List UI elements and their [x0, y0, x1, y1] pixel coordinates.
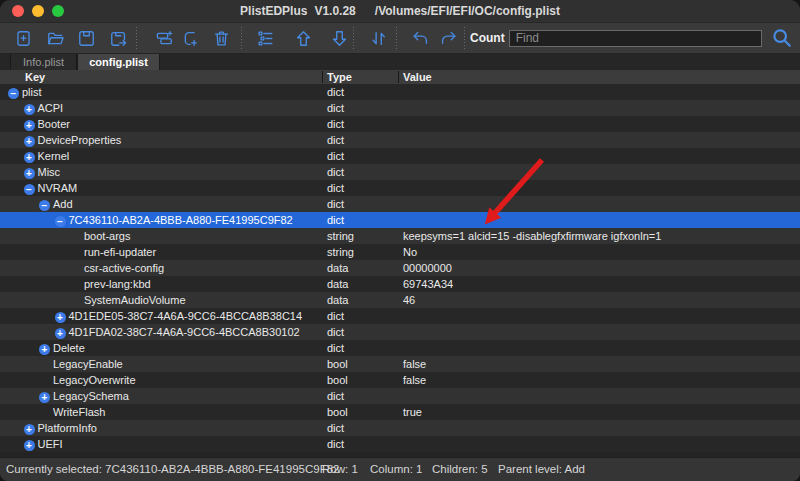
window-title: PlistEDPlus V1.0.28 /Volumes/EFI/EFI/OC/…	[0, 0, 800, 22]
expand-toggle-icon[interactable]: +	[24, 440, 35, 451]
expand-toggle-icon[interactable]: +	[55, 328, 66, 339]
expand-toggle-icon[interactable]: +	[39, 392, 50, 403]
table-row[interactable]: SystemAudioVolumedata46	[0, 292, 800, 308]
row-value: true	[403, 404, 422, 420]
table-row[interactable]: boot-argsstringkeepsyms=1 alcid=15 -disa…	[0, 228, 800, 244]
table-row[interactable]: +ACPIdict	[0, 100, 800, 116]
tab-config-plist[interactable]: config.plist	[77, 54, 160, 70]
search-button[interactable]	[769, 24, 795, 52]
row-key: 4D1FDA02-38C7-4A6A-9CC6-4BCCA8B30102	[69, 326, 300, 338]
status-bar: Currently selected: 7C436110-AB2A-4BBB-A…	[0, 457, 800, 481]
toolbar-separator	[396, 27, 397, 49]
row-key: UEFI	[38, 438, 63, 450]
table-row[interactable]: +Booterdict	[0, 116, 800, 132]
status-parent-level: Parent level: Add	[498, 458, 585, 481]
table-row[interactable]: −plistdict	[0, 84, 800, 100]
table-row[interactable]: LegacyOverwriteboolfalse	[0, 372, 800, 388]
save-icon	[77, 29, 96, 48]
column-header-type[interactable]: Type	[327, 70, 352, 84]
new-file-icon	[14, 29, 33, 48]
row-key: WriteFlash	[53, 406, 105, 418]
expand-toggle-icon[interactable]: +	[24, 152, 35, 163]
table-header: Key Type Value	[0, 70, 800, 84]
table-row[interactable]: +UEFIdict	[0, 436, 800, 452]
column-header-value[interactable]: Value	[403, 70, 432, 84]
collapse-toggle-icon[interactable]: −	[8, 88, 19, 99]
table-row[interactable]: −NVRAMdict	[0, 180, 800, 196]
table-row[interactable]: +Deletedict	[0, 340, 800, 356]
row-type: dict	[327, 420, 344, 436]
expand-toggle-icon[interactable]: +	[24, 120, 35, 131]
row-value: 46	[403, 292, 415, 308]
tree-options-button[interactable]	[252, 24, 278, 52]
arrow-down-icon	[330, 29, 349, 48]
redo-button[interactable]	[435, 24, 461, 52]
save-as-button[interactable]	[105, 24, 131, 52]
table-row[interactable]: prev-lang:kbddata69743A34	[0, 276, 800, 292]
column-divider[interactable]	[322, 71, 323, 83]
add-child-row-icon	[181, 29, 200, 48]
expand-toggle-icon[interactable]: +	[24, 168, 35, 179]
save-file-button[interactable]	[73, 24, 99, 52]
status-row: Row: 1	[322, 458, 358, 481]
expand-toggle-icon[interactable]: +	[39, 344, 50, 355]
row-type: dict	[327, 100, 344, 116]
expand-toggle-icon[interactable]: +	[24, 136, 35, 147]
toolbar: Count	[0, 22, 800, 54]
save-as-icon	[109, 29, 128, 48]
row-key: Add	[53, 198, 73, 210]
row-key: plist	[22, 86, 42, 98]
move-up-button[interactable]	[290, 24, 316, 52]
find-input[interactable]	[509, 30, 762, 47]
expand-toggle-icon[interactable]: +	[55, 312, 66, 323]
move-down-button[interactable]	[326, 24, 352, 52]
table-row[interactable]: +4D1FDA02-38C7-4A6A-9CC6-4BCCA8B30102dic…	[0, 324, 800, 340]
table-row[interactable]: +Kerneldict	[0, 148, 800, 164]
app-window: PlistEDPlus V1.0.28 /Volumes/EFI/EFI/OC/…	[0, 0, 800, 481]
collapse-toggle-icon[interactable]: −	[55, 216, 66, 227]
table-row[interactable]: WriteFlashbooltrue	[0, 404, 800, 420]
row-key: run-efi-updater	[84, 246, 156, 258]
table-row[interactable]: +Miscdict	[0, 164, 800, 180]
table-row[interactable]: +LegacySchemadict	[0, 388, 800, 404]
row-type: dict	[327, 196, 344, 212]
table-row[interactable]: +DevicePropertiesdict	[0, 132, 800, 148]
collapse-toggle-icon[interactable]: −	[39, 200, 50, 211]
row-key: 4D1EDE05-38C7-4A6A-9CC6-4BCCA8B38C14	[69, 310, 303, 322]
status-children: Children: 5	[432, 458, 488, 481]
expand-toggle-icon[interactable]: +	[24, 104, 35, 115]
table-row[interactable]: run-efi-updaterstringNo	[0, 244, 800, 260]
table-row[interactable]: +PlatformInfodict	[0, 420, 800, 436]
count-label: Count	[470, 31, 505, 45]
row-key: Delete	[53, 342, 85, 354]
table-row[interactable]: LegacyEnableboolfalse	[0, 356, 800, 372]
open-file-button[interactable]	[42, 24, 68, 52]
arrow-up-icon	[294, 29, 313, 48]
new-file-button[interactable]	[10, 24, 36, 52]
undo-button[interactable]	[407, 24, 433, 52]
plist-tree: −plistdict+ACPIdict+Booterdict+DevicePro…	[0, 84, 800, 452]
sort-icon	[369, 29, 388, 48]
column-divider[interactable]	[398, 71, 399, 83]
column-header-key[interactable]: Key	[25, 70, 45, 84]
row-type: data	[327, 292, 348, 308]
add-row-button[interactable]	[151, 24, 177, 52]
row-type: data	[327, 276, 348, 292]
delete-row-button[interactable]	[208, 24, 234, 52]
trash-icon	[212, 29, 231, 48]
table-row[interactable]: −7C436110-AB2A-4BBB-A880-FE41995C9F82dic…	[0, 212, 800, 228]
row-key: LegacySchema	[53, 390, 129, 402]
row-type: string	[327, 244, 354, 260]
collapse-toggle-icon[interactable]: −	[24, 184, 35, 195]
sort-rows-button[interactable]	[365, 24, 391, 52]
row-key: csr-active-config	[84, 262, 164, 274]
expand-toggle-icon[interactable]: +	[24, 424, 35, 435]
add-child-row-button[interactable]	[177, 24, 203, 52]
row-type: dict	[327, 212, 344, 228]
toolbar-separator	[136, 27, 137, 49]
row-type: string	[327, 228, 354, 244]
table-row[interactable]: +4D1EDE05-38C7-4A6A-9CC6-4BCCA8B38C14dic…	[0, 308, 800, 324]
table-row[interactable]: −Adddict	[0, 196, 800, 212]
table-row[interactable]: csr-active-configdata00000000	[0, 260, 800, 276]
tab-info-plist[interactable]: Info.plist	[10, 54, 77, 70]
